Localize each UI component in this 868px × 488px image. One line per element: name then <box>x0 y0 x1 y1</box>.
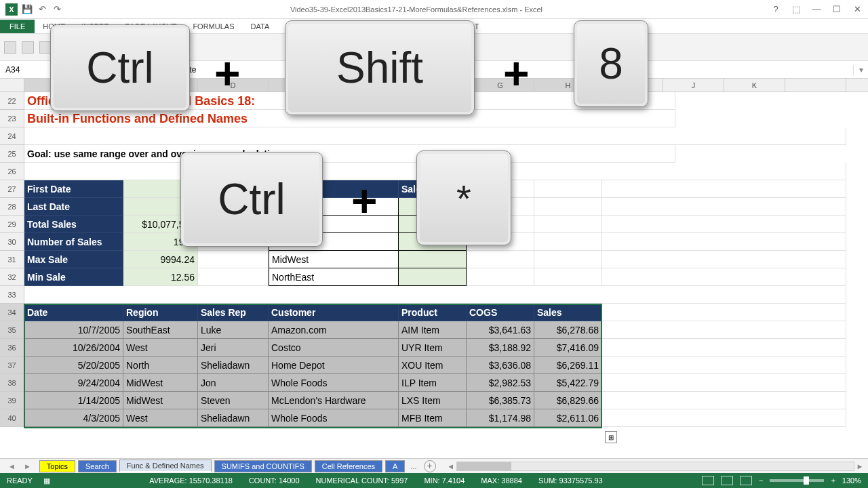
row-header[interactable]: 32 <box>0 268 24 286</box>
tbl-hdr-date[interactable]: Date <box>24 304 123 321</box>
cell[interactable] <box>602 233 846 251</box>
sheet-tabs-more-icon[interactable]: ... <box>408 462 419 470</box>
col-header-J[interactable]: J <box>663 79 724 92</box>
cell[interactable] <box>467 251 534 268</box>
cell[interactable] <box>534 268 602 286</box>
hscroll-track[interactable] <box>456 462 854 471</box>
table-cell[interactable]: UYR Item <box>399 339 467 357</box>
sheet-nav-next-icon[interactable]: ► <box>24 462 31 470</box>
cell[interactable] <box>198 268 269 286</box>
sheet-tab-topics[interactable]: Topics <box>39 460 75 472</box>
row-header[interactable]: 29 <box>0 216 24 233</box>
close-icon[interactable]: ✕ <box>852 4 863 15</box>
table-cell[interactable]: Home Depot <box>269 357 399 374</box>
new-sheet-icon[interactable]: + <box>424 460 436 472</box>
tbl-hdr-salesrep[interactable]: Sales Rep <box>198 304 269 321</box>
table-cell[interactable]: West <box>123 339 198 357</box>
ribbon-display-icon[interactable]: ⬚ <box>791 4 802 15</box>
table-cell[interactable]: $7,416.09 <box>534 339 602 357</box>
col-header-rest[interactable] <box>785 79 846 92</box>
sheet-tab-truncated[interactable]: A <box>385 460 405 472</box>
table-cell[interactable]: Costco <box>269 339 399 357</box>
undo-icon[interactable]: ↶ <box>37 4 47 15</box>
table-cell[interactable]: $6,385.73 <box>467 392 534 409</box>
table-cell[interactable]: 1/14/2005 <box>24 392 123 409</box>
tbl-hdr-customer[interactable]: Customer <box>269 304 399 321</box>
table-cell[interactable]: MidWest <box>123 374 198 392</box>
file-tab[interactable]: FILE <box>0 20 35 33</box>
cell[interactable] <box>534 180 602 198</box>
cell[interactable] <box>602 321 846 339</box>
cell[interactable] <box>198 251 269 268</box>
row-header[interactable]: 33 <box>0 286 24 304</box>
cell[interactable] <box>602 251 846 268</box>
sale-cell[interactable] <box>399 251 467 268</box>
table-cell[interactable]: $2,982.53 <box>467 374 534 392</box>
table-cell[interactable]: $3,636.08 <box>467 357 534 374</box>
table-cell[interactable]: 4/3/2005 <box>24 409 123 427</box>
cell[interactable] <box>534 251 602 268</box>
table-cell[interactable]: Sheliadawn <box>198 357 269 374</box>
minimize-icon[interactable]: — <box>811 4 822 15</box>
table-cell[interactable]: Jon <box>198 374 269 392</box>
col-header-K[interactable]: K <box>724 79 785 92</box>
redo-icon[interactable]: ↷ <box>52 4 62 15</box>
increase-decimal-icon[interactable] <box>22 41 34 54</box>
goal-text[interactable]: Goal: use same range over and over in ma… <box>24 145 675 163</box>
cell[interactable] <box>602 268 846 286</box>
table-cell[interactable]: MidWest <box>123 392 198 409</box>
cell[interactable] <box>602 392 846 409</box>
summary-label[interactable]: Min Sale <box>24 268 123 286</box>
row-header[interactable]: 28 <box>0 198 24 216</box>
empty-row-33[interactable] <box>24 286 846 304</box>
horizontal-scrollbar[interactable]: ◄ ► <box>443 462 868 471</box>
sheet-tab-search[interactable]: Search <box>78 460 117 472</box>
row-header[interactable]: 39 <box>0 392 24 409</box>
help-icon[interactable]: ? <box>770 4 781 15</box>
cell[interactable] <box>602 198 846 216</box>
cell[interactable] <box>602 180 846 198</box>
region-cell[interactable]: NorthEast <box>269 268 399 286</box>
row-header[interactable]: 30 <box>0 233 24 251</box>
summary-label[interactable]: Last Date <box>24 198 123 216</box>
view-page-break-icon[interactable] <box>740 476 752 485</box>
row-header[interactable]: 23 <box>0 110 24 127</box>
view-page-layout-icon[interactable] <box>721 476 733 485</box>
table-cell[interactable]: McLendon's Hardware <box>269 392 399 409</box>
table-cell[interactable]: AIM Item <box>399 321 467 339</box>
table-cell[interactable]: Sheliadawn <box>198 409 269 427</box>
table-cell[interactable]: 10/7/2005 <box>24 321 123 339</box>
cell[interactable] <box>534 216 602 233</box>
row-header[interactable]: 27 <box>0 180 24 198</box>
zoom-in-icon[interactable]: + <box>831 476 835 485</box>
cells-grid[interactable]: 22 Office 2013 Class #36: Excel Basics 1… <box>0 92 868 427</box>
tbl-hdr-cogs[interactable]: COGS <box>467 304 534 321</box>
cell[interactable] <box>602 409 846 427</box>
hscroll-thumb[interactable] <box>457 462 511 470</box>
select-all-triangle[interactable] <box>0 79 24 92</box>
table-cell[interactable]: Luke <box>198 321 269 339</box>
cell[interactable] <box>602 357 846 374</box>
zoom-slider[interactable] <box>770 479 824 482</box>
cell[interactable] <box>602 339 846 357</box>
table-cell[interactable]: MFB Item <box>399 409 467 427</box>
zoom-slider-thumb[interactable] <box>804 476 809 485</box>
table-cell[interactable]: 9/24/2004 <box>24 374 123 392</box>
quick-save-icon[interactable]: 💾 <box>22 4 33 15</box>
row-header[interactable]: 40 <box>0 409 24 427</box>
macro-record-icon[interactable]: ▦ <box>43 476 50 485</box>
tbl-hdr-region[interactable]: Region <box>123 304 198 321</box>
sheet-tab-sumifs[interactable]: SUMIFS and COUNTIFS <box>214 460 312 472</box>
table-cell[interactable]: LXS Item <box>399 392 467 409</box>
sheet-nav-prev-icon[interactable]: ◄ <box>8 462 16 470</box>
row-header[interactable]: 24 <box>0 127 24 145</box>
table-cell[interactable]: XOU Item <box>399 357 467 374</box>
tbl-hdr-sales[interactable]: Sales <box>534 304 602 321</box>
hscroll-right-icon[interactable]: ► <box>854 462 865 470</box>
table-cell[interactable]: North <box>123 357 198 374</box>
table-cell[interactable]: SouthEast <box>123 321 198 339</box>
row-header[interactable]: 22 <box>0 92 24 110</box>
row-header[interactable]: 31 <box>0 251 24 268</box>
table-cell[interactable]: ILP Item <box>399 374 467 392</box>
table-cell[interactable]: $3,188.92 <box>467 339 534 357</box>
